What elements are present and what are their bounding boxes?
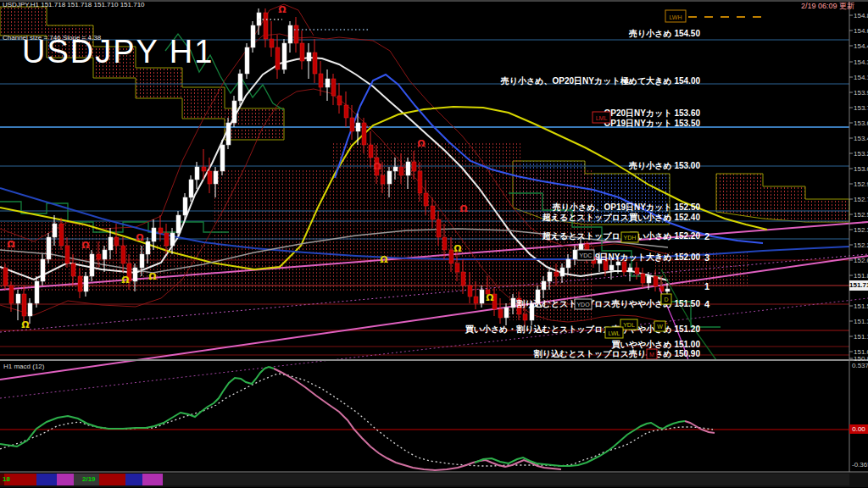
price-axis-tick: 153.610: [854, 119, 868, 127]
price-axis-tick: 153.090: [854, 165, 868, 173]
macd-zero-badge: 0.00: [849, 424, 868, 434]
price-axis-tick: 154.475: [854, 42, 868, 50]
omega-signal-icon: Ω: [7, 239, 15, 250]
level-annotation: 売り小さめ、OP20日NYカット極めて大きめ 154.00: [500, 76, 701, 86]
price-axis-tick: 154.130: [854, 74, 868, 81]
priority-number-marker: 2: [704, 231, 709, 241]
price-axis-tick: 153.260: [854, 150, 868, 158]
macd-axis-tick: -0.365: [852, 461, 868, 469]
level-annotation: 超えるとストップロス買い小さめ 152.40: [542, 213, 701, 222]
level-annotation: OP19日NYカット大きめ 152.00: [578, 252, 700, 262]
price-axis-tick: 151.525: [854, 302, 868, 310]
level-annotation: 売り小さめ、OP19日NYカット 152.50: [552, 202, 701, 212]
last-updated-timestamp: 2/19 06:09 更新: [801, 1, 854, 12]
level-annotation: 売り小さめ 153.00: [628, 161, 701, 170]
price-axis-tick: 153.955: [854, 89, 868, 97]
price-axis-tick: 153.435: [854, 135, 868, 142]
omega-signal-icon: Ω: [21, 319, 30, 330]
omega-signal-icon: Ω: [121, 274, 130, 286]
omega-signal-icon: Ω: [453, 243, 462, 254]
reference-label: YDL: [623, 322, 635, 328]
price-axis-tick: 154.305: [854, 58, 868, 66]
session-bar-label: 18: [3, 475, 10, 483]
omega-signal-icon: Ω: [136, 232, 144, 243]
omega-signal-icon: Ω: [417, 138, 426, 149]
priority-number-marker: 3: [704, 252, 709, 263]
price-axis-tick: 151.875: [854, 272, 868, 280]
price-axis-tick: 151.355: [854, 318, 868, 325]
price-axis-tick: 154.650: [854, 27, 868, 35]
price-axis-tick: 152.740: [854, 196, 868, 203]
omega-signal-icon: Ω: [486, 292, 494, 303]
current-price-badge: 151.710: [849, 280, 868, 291]
reference-label: LML: [596, 115, 608, 121]
price-axis-tick: 152.915: [854, 180, 868, 188]
omega-signal-icon: Ω: [373, 161, 381, 172]
session-segment: [99, 474, 125, 485]
reference-label: M: [649, 352, 654, 358]
reference-label: LWH: [669, 14, 682, 20]
omega-signal-icon: Ω: [380, 254, 388, 265]
session-segment: [142, 474, 163, 485]
omega-signal-icon: Ω: [81, 240, 90, 251]
level-annotation: OP20日NYカット 153.60: [604, 108, 700, 118]
price-axis-tick: 151.180: [854, 333, 868, 341]
symbol-ohlc-line: USDJPY,H1 151.718 151.718 151.710 151.71…: [3, 1, 145, 8]
reference-label: W: [657, 324, 663, 330]
session-segment: [125, 474, 142, 485]
indicator-name-label: H1 macd (12): [3, 363, 44, 370]
reference-label: YDH: [624, 235, 637, 241]
price-axis-tick: 152.570: [854, 211, 868, 219]
price-axis-tick: 152.395: [854, 226, 868, 234]
price-axis-tick: 152.050: [854, 257, 868, 264]
price-chart-canvas[interactable]: ΩΩΩΩΩΩΩΩΩΩΩΩΩ売り小さめ 154.50売り小さめ、OP20日NYカッ…: [0, 0, 868, 488]
omega-signal-icon: Ω: [278, 4, 287, 15]
session-indicator-bar: 182/19: [0, 473, 868, 487]
session-segment: [163, 474, 849, 485]
level-annotation: 買いやや小さめ 151.00: [610, 340, 700, 349]
level-annotation: 割り込むとストップロス売りやや小さめ 151.50: [515, 299, 700, 308]
reference-label: LWL: [609, 330, 620, 336]
level-annotation: 売り小さめ 154.50: [628, 29, 701, 38]
macd-axis-tick: 0.537: [852, 362, 868, 369]
trading-chart-window: ΩΩΩΩΩΩΩΩΩΩΩΩΩ売り小さめ 154.50売り小さめ、OP20日NYカッ…: [0, 0, 868, 488]
level-annotation: 割り込むとストップロス売り小さめ 150.90: [533, 349, 701, 358]
watermark-symbol-timeframe: USDJPY H1: [22, 34, 214, 70]
price-axis-tick: 154.825: [854, 12, 868, 19]
price-axis-tick: 152.220: [854, 241, 868, 249]
price-axis-tick: 153.785: [854, 104, 868, 112]
reference-label: YDO: [576, 302, 590, 308]
reference-label: YDC: [580, 252, 593, 258]
session-bar-label: 2/19: [82, 475, 96, 483]
session-segment: [57, 474, 74, 485]
omega-signal-icon: Ω: [459, 203, 468, 214]
omega-signal-icon: Ω: [148, 271, 157, 282]
priority-number-marker: 1: [704, 281, 709, 291]
session-segment: [36, 474, 57, 485]
level-annotation: OP19日NYカット 153.50: [604, 119, 700, 128]
reference-label: D: [664, 297, 668, 302]
priority-number-marker: 4: [704, 299, 710, 309]
